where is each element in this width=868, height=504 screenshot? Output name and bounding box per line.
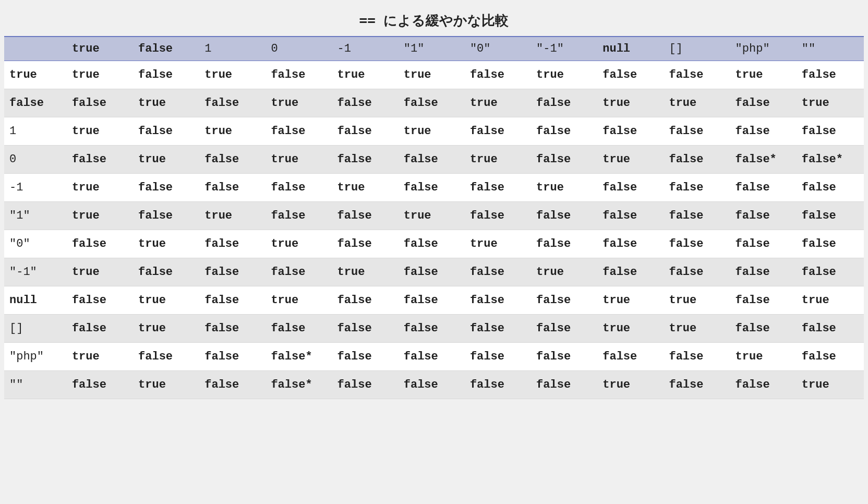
cell: false bbox=[731, 258, 798, 286]
row-header: false bbox=[4, 89, 68, 117]
cell: false bbox=[598, 174, 665, 202]
comparison-table: truefalse10-1"1""0""-1"null[]"php""" tru… bbox=[4, 36, 864, 399]
table-row: 0falsetruefalsetruefalsefalsetruefalsetr… bbox=[4, 146, 864, 174]
column-header: null bbox=[598, 37, 665, 61]
cell: false bbox=[267, 174, 333, 202]
cell: false* bbox=[731, 146, 798, 174]
cell: false bbox=[200, 343, 267, 371]
column-header: "0" bbox=[466, 37, 532, 61]
column-header: true bbox=[68, 37, 134, 61]
cell: false bbox=[532, 315, 598, 343]
cell: true bbox=[267, 146, 333, 174]
cell: false bbox=[400, 146, 466, 174]
cell: false bbox=[466, 315, 532, 343]
cell: false bbox=[798, 174, 864, 202]
row-header: "1" bbox=[4, 202, 68, 230]
table-row: 1truefalsetruefalsefalsetruefalsefalsefa… bbox=[4, 117, 864, 146]
cell: false bbox=[598, 202, 665, 230]
cell: false bbox=[333, 146, 400, 174]
cell: false bbox=[731, 230, 798, 258]
table-header-row: truefalse10-1"1""0""-1"null[]"php""" bbox=[4, 37, 864, 61]
row-header: -1 bbox=[4, 174, 68, 202]
cell: false bbox=[68, 230, 134, 258]
cell: true bbox=[400, 61, 466, 89]
cell: true bbox=[68, 61, 134, 89]
cell: false bbox=[665, 343, 731, 371]
cell: true bbox=[665, 315, 731, 343]
cell: true bbox=[665, 286, 731, 315]
cell: false bbox=[532, 117, 598, 146]
row-header: "php" bbox=[4, 343, 68, 371]
cell: false bbox=[333, 230, 400, 258]
cell: false bbox=[400, 258, 466, 286]
cell: false bbox=[665, 202, 731, 230]
cell: false bbox=[798, 343, 864, 371]
cell: false bbox=[532, 286, 598, 315]
cell: false bbox=[466, 258, 532, 286]
cell: false bbox=[532, 146, 598, 174]
cell: false bbox=[731, 117, 798, 146]
cell: true bbox=[731, 61, 798, 89]
cell: true bbox=[466, 146, 532, 174]
cell: true bbox=[134, 230, 200, 258]
cell: false bbox=[665, 371, 731, 399]
column-header: "1" bbox=[400, 37, 466, 61]
cell: false bbox=[665, 61, 731, 89]
column-header: [] bbox=[665, 37, 731, 61]
cell: false bbox=[200, 286, 267, 315]
table-row: "1"truefalsetruefalsefalsetruefalsefalse… bbox=[4, 202, 864, 230]
cell: false bbox=[400, 286, 466, 315]
cell: false* bbox=[267, 343, 333, 371]
cell: false bbox=[466, 61, 532, 89]
cell: true bbox=[200, 202, 267, 230]
cell: false bbox=[532, 89, 598, 117]
cell: false bbox=[400, 371, 466, 399]
column-header: "-1" bbox=[532, 37, 598, 61]
cell: false bbox=[665, 174, 731, 202]
table-row: "-1"truefalsefalsefalsetruefalsefalsetru… bbox=[4, 258, 864, 286]
cell: false bbox=[134, 174, 200, 202]
cell: true bbox=[798, 89, 864, 117]
cell: false* bbox=[798, 146, 864, 174]
cell: true bbox=[598, 315, 665, 343]
cell: false bbox=[200, 146, 267, 174]
cell: false bbox=[731, 315, 798, 343]
cell: false bbox=[466, 286, 532, 315]
cell: false bbox=[798, 61, 864, 89]
cell: true bbox=[200, 61, 267, 89]
cell: true bbox=[731, 343, 798, 371]
table-caption: == による緩やかな比較 bbox=[4, 4, 864, 36]
cell: false bbox=[68, 146, 134, 174]
row-header: 1 bbox=[4, 117, 68, 146]
cell: false bbox=[466, 343, 532, 371]
cell: true bbox=[466, 89, 532, 117]
cell: true bbox=[466, 230, 532, 258]
table-row: ""falsetruefalsefalse*falsefalsefalsefal… bbox=[4, 371, 864, 399]
cell: true bbox=[598, 371, 665, 399]
cell: false bbox=[466, 202, 532, 230]
cell: true bbox=[400, 202, 466, 230]
cell: false bbox=[333, 286, 400, 315]
cell: false bbox=[267, 202, 333, 230]
cell: false bbox=[400, 230, 466, 258]
cell: false bbox=[466, 174, 532, 202]
cell: false bbox=[665, 258, 731, 286]
table-row: "php"truefalsefalsefalse*falsefalsefalse… bbox=[4, 343, 864, 371]
cell: true bbox=[200, 117, 267, 146]
cell: false bbox=[200, 230, 267, 258]
cell: false bbox=[68, 89, 134, 117]
cell: true bbox=[598, 89, 665, 117]
cell: false bbox=[466, 117, 532, 146]
cell: false bbox=[333, 89, 400, 117]
cell: false bbox=[200, 371, 267, 399]
cell: true bbox=[134, 146, 200, 174]
cell: false bbox=[400, 89, 466, 117]
cell: false bbox=[400, 315, 466, 343]
cell: false bbox=[134, 202, 200, 230]
row-header: "" bbox=[4, 371, 68, 399]
cell: true bbox=[333, 258, 400, 286]
cell: true bbox=[798, 371, 864, 399]
cell: true bbox=[598, 146, 665, 174]
column-header: 0 bbox=[267, 37, 333, 61]
row-header: 0 bbox=[4, 146, 68, 174]
